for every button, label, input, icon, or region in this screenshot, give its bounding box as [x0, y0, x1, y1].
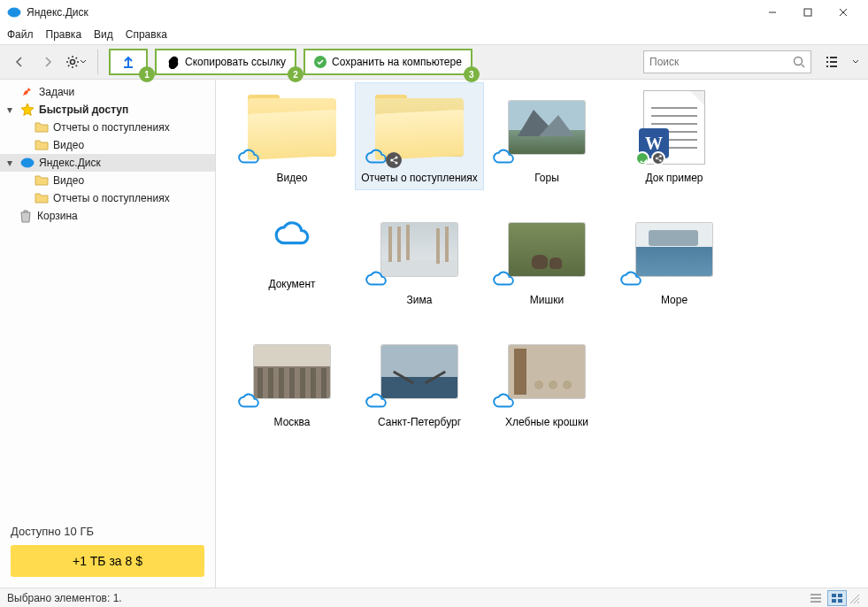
link-icon	[165, 55, 180, 69]
settings-button[interactable]	[65, 51, 87, 73]
trash-icon	[18, 209, 34, 223]
chevron-down-icon[interactable]: ▾	[7, 157, 16, 169]
tree-quick-reports[interactable]: Отчеты о поступлениях	[0, 119, 215, 136]
window-title: Яндекс.Диск	[27, 6, 755, 19]
share-icon	[386, 152, 402, 168]
maximize-button[interactable]	[790, 0, 826, 25]
svg-rect-6	[804, 9, 811, 16]
folder-icon	[34, 173, 50, 188]
copy-link-button[interactable]: Скопировать ссылку 2	[155, 49, 296, 75]
menu-edit[interactable]: Правка	[46, 28, 82, 41]
upload-button[interactable]: 1	[109, 49, 148, 75]
status-selection: Выбрано элементов: 1.	[7, 592, 122, 604]
svg-rect-12	[838, 599, 842, 603]
star-icon	[19, 103, 35, 117]
folder-reports[interactable]: Отчеты о поступлениях	[356, 83, 483, 189]
hint-badge-2: 2	[288, 66, 303, 82]
separator	[97, 50, 98, 74]
status-bar: Выбрано элементов: 1.	[0, 588, 868, 607]
cloud-icon	[365, 270, 388, 290]
view-tiles-button[interactable]	[827, 590, 847, 606]
svg-rect-11	[832, 599, 836, 603]
chevron-down-icon[interactable]: ▾	[7, 104, 16, 116]
folder-icon	[34, 120, 50, 134]
svg-rect-10	[838, 594, 842, 597]
save-to-computer-button[interactable]: Сохранить на компьютере 3	[303, 49, 472, 75]
tree-quick-access[interactable]: ▾ Быстрый доступ	[0, 101, 215, 119]
check-circle-icon	[314, 56, 326, 68]
folder-icon	[34, 138, 50, 152]
file-sea[interactable]: Море	[611, 205, 738, 311]
file-bears[interactable]: Мишки	[483, 205, 611, 311]
tree-disk-reports[interactable]: Отчеты о поступлениях	[0, 189, 215, 207]
cloud-icon	[365, 148, 388, 168]
nav-back-button[interactable]	[9, 51, 30, 73]
close-button[interactable]	[826, 0, 861, 25]
copy-link-label: Скопировать ссылку	[185, 56, 286, 68]
tree-yandex-disk[interactable]: ▾ Яндекс.Диск	[0, 154, 215, 172]
menu-help[interactable]: Справка	[126, 28, 167, 41]
tree-quick-video[interactable]: Видео	[0, 136, 215, 154]
folder-video[interactable]: Видео	[228, 83, 356, 189]
toolbar: 1 Скопировать ссылку 2 Сохранить на комп…	[0, 44, 868, 80]
cloud-icon	[492, 270, 515, 290]
chevron-down-icon[interactable]	[852, 58, 859, 65]
file-doc-example[interactable]: W Док пример	[611, 83, 738, 189]
storage-available-label: Доступно 10 ГБ	[11, 525, 204, 538]
title-bar: Яндекс.Диск	[0, 0, 868, 25]
svg-point-8	[795, 58, 803, 65]
minimize-button[interactable]	[755, 0, 790, 25]
hint-badge-3: 3	[464, 66, 480, 82]
resize-grip-icon	[849, 593, 861, 603]
folder-icon	[34, 191, 50, 205]
app-logo-icon	[7, 5, 21, 19]
search-icon	[793, 56, 805, 68]
file-winter[interactable]: Зима	[356, 205, 483, 311]
buy-storage-button[interactable]: +1 ТБ за 8 $	[11, 545, 204, 577]
hint-badge-1: 1	[139, 66, 155, 82]
view-details-button[interactable]	[806, 590, 826, 606]
search-input[interactable]	[649, 56, 793, 68]
cloud-icon	[237, 392, 260, 412]
cloud-icon	[619, 270, 642, 290]
file-document[interactable]: Документ	[228, 189, 356, 311]
tree-trash[interactable]: Корзина	[0, 207, 215, 225]
tree-tasks[interactable]: Задачи	[0, 83, 215, 101]
menu-bar: Файл Правка Вид Справка	[0, 25, 868, 44]
storage-promo: Доступно 10 ГБ +1 ТБ за 8 $	[0, 518, 215, 588]
file-mountains[interactable]: Горы	[483, 83, 611, 189]
save-label: Сохранить на компьютере	[332, 56, 462, 68]
file-moscow[interactable]: Москва	[228, 327, 356, 434]
cloud-icon	[365, 392, 388, 412]
cloud-icon	[492, 392, 515, 412]
file-grid: Видео Отчеты о поступлениях Горы W Док п…	[216, 80, 868, 588]
view-list-button[interactable]	[818, 50, 845, 73]
search-box[interactable]	[643, 50, 811, 73]
folder-tree: Задачи ▾ Быстрый доступ Отчеты о поступл…	[0, 80, 215, 518]
menu-file[interactable]: Файл	[7, 28, 34, 41]
yandex-disk-icon	[19, 156, 35, 170]
menu-view[interactable]: Вид	[94, 28, 113, 41]
tree-disk-video[interactable]: Видео	[0, 172, 215, 189]
cloud-icon	[237, 148, 260, 168]
file-bread[interactable]: Хлебные крошки	[483, 327, 611, 434]
cloud-icon	[273, 219, 311, 248]
cloud-icon	[492, 148, 515, 168]
nav-forward-button[interactable]	[37, 51, 58, 73]
sidebar: Задачи ▾ Быстрый доступ Отчеты о поступл…	[0, 80, 216, 588]
file-spb[interactable]: Санкт-Петербург	[356, 327, 483, 434]
svg-rect-9	[832, 594, 836, 597]
upload-icon	[121, 55, 135, 69]
pin-icon	[19, 85, 35, 99]
